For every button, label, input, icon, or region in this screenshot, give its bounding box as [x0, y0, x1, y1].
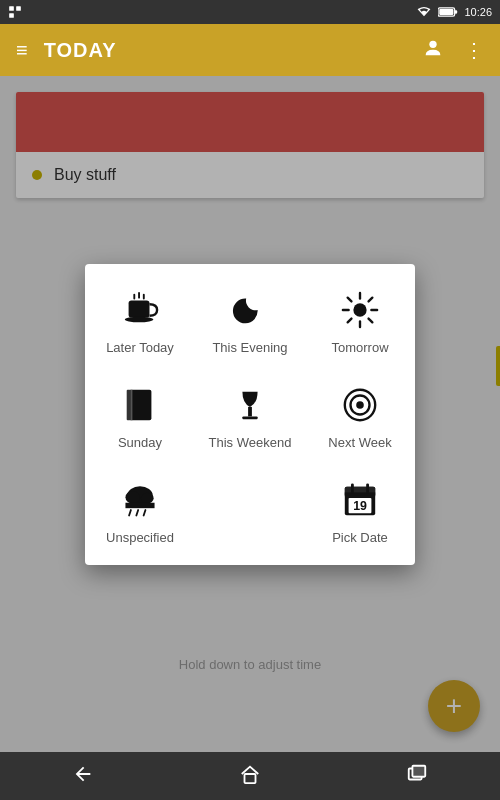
recent-apps-button[interactable] — [398, 755, 436, 798]
empty-cell — [195, 462, 305, 557]
svg-rect-43 — [244, 774, 255, 783]
next-week-option[interactable]: Next Week — [305, 367, 415, 462]
status-bar: 10:26 — [0, 0, 500, 24]
coffee-icon — [120, 290, 160, 330]
dialog-overlay: Later Today This Evening — [0, 76, 500, 752]
home-button[interactable] — [231, 755, 269, 798]
calendar-icon: 19 — [340, 480, 380, 520]
status-bar-right: 10:26 — [416, 6, 492, 18]
svg-line-18 — [369, 318, 373, 322]
moon-icon — [230, 290, 270, 330]
pick-date-option[interactable]: 19 Pick Date — [305, 462, 415, 557]
svg-rect-10 — [129, 300, 150, 317]
book-icon — [120, 385, 160, 425]
wine-icon — [230, 385, 270, 425]
svg-point-30 — [125, 490, 140, 503]
svg-rect-1 — [16, 6, 21, 11]
pick-date-label: Pick Date — [332, 530, 388, 545]
svg-line-33 — [129, 510, 131, 515]
svg-point-6 — [429, 40, 436, 47]
svg-line-35 — [144, 510, 146, 515]
wifi-icon — [416, 6, 432, 18]
svg-line-17 — [348, 297, 352, 301]
more-button[interactable]: ⋮ — [460, 34, 488, 66]
svg-rect-24 — [248, 406, 252, 416]
svg-rect-38 — [345, 492, 375, 496]
this-weekend-label: This Weekend — [209, 435, 292, 450]
svg-line-34 — [136, 510, 138, 515]
page-title: TODAY — [44, 39, 406, 62]
main-content: Buy stuff Hold down to adjust time + — [0, 76, 500, 752]
svg-point-28 — [356, 401, 364, 409]
svg-point-31 — [141, 492, 154, 503]
svg-text:19: 19 — [353, 499, 367, 513]
home-icon — [239, 763, 261, 785]
profile-button[interactable] — [418, 33, 448, 68]
target-icon — [340, 385, 380, 425]
svg-rect-23 — [131, 389, 133, 419]
later-today-option[interactable]: Later Today — [85, 272, 195, 367]
svg-point-11 — [125, 316, 154, 322]
cloud-icon — [120, 480, 160, 520]
sunday-option[interactable]: Sunday — [85, 367, 195, 462]
battery-icon — [438, 6, 458, 18]
notification-icon — [8, 5, 22, 19]
svg-line-19 — [369, 297, 373, 301]
svg-rect-45 — [412, 765, 425, 776]
later-today-label: Later Today — [106, 340, 174, 355]
this-evening-label: This Evening — [212, 340, 287, 355]
back-button[interactable] — [64, 755, 102, 798]
svg-rect-32 — [125, 502, 154, 507]
svg-rect-22 — [127, 389, 131, 419]
svg-rect-5 — [440, 9, 454, 15]
profile-icon — [422, 37, 444, 59]
menu-button[interactable]: ≡ — [12, 35, 32, 66]
svg-rect-4 — [455, 10, 458, 13]
recent-apps-icon — [406, 763, 428, 785]
unspecified-option[interactable]: Unspecified — [85, 462, 195, 557]
toolbar: ≡ TODAY ⋮ — [0, 24, 500, 76]
next-week-label: Next Week — [328, 435, 391, 450]
svg-rect-0 — [9, 6, 14, 11]
dialog-grid: Later Today This Evening — [85, 272, 415, 557]
this-evening-option[interactable]: This Evening — [195, 272, 305, 367]
time-display: 10:26 — [464, 6, 492, 18]
tomorrow-label: Tomorrow — [331, 340, 388, 355]
svg-line-20 — [348, 318, 352, 322]
sun-icon — [340, 290, 380, 330]
svg-rect-2 — [9, 13, 14, 18]
unspecified-label: Unspecified — [106, 530, 174, 545]
schedule-dialog: Later Today This Evening — [85, 264, 415, 565]
tomorrow-option[interactable]: Tomorrow — [305, 272, 415, 367]
svg-rect-25 — [242, 416, 257, 419]
navigation-bar — [0, 752, 500, 800]
svg-point-12 — [353, 303, 366, 316]
this-weekend-option[interactable]: This Weekend — [195, 367, 305, 462]
sunday-label: Sunday — [118, 435, 162, 450]
back-icon — [72, 763, 94, 785]
status-bar-left — [8, 5, 22, 19]
